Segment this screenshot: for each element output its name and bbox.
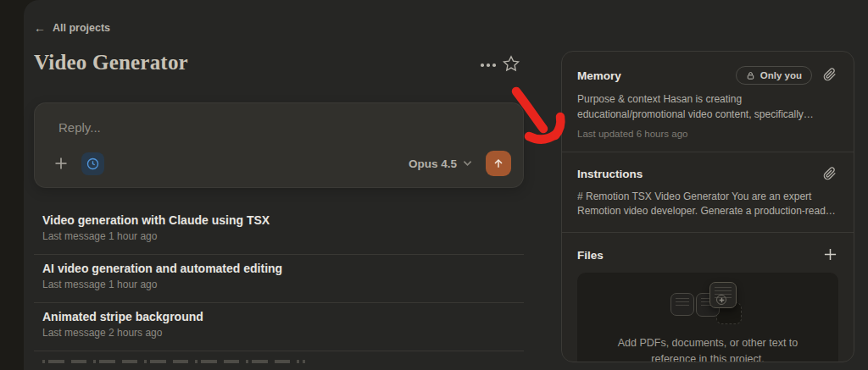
back-link-label: All projects — [53, 22, 110, 34]
conversation-title: Animated stripe background — [42, 310, 524, 323]
plus-circle-icon — [716, 295, 726, 305]
visibility-badge-label: Only you — [760, 70, 802, 80]
conversation-item[interactable]: Animated stripe background Last message … — [34, 303, 524, 351]
conversation-title: Video generation with Claude using TSX — [42, 213, 524, 227]
clock-icon — [86, 157, 100, 171]
instructions-paperclip-icon[interactable] — [823, 167, 838, 182]
reply-input[interactable] — [58, 120, 499, 149]
conversation-title: AI video generation and automated editin… — [42, 262, 524, 275]
collapsed-sidebar-rail — [0, 0, 24, 370]
instructions-title: Instructions — [577, 168, 812, 180]
conversation-subtitle: Last message 1 hour ago — [42, 279, 524, 290]
documents-illustration-icon — [660, 282, 755, 326]
conversation-subtitle: Last message 2 hours ago — [42, 327, 524, 339]
memory-title: Memory — [577, 69, 736, 82]
model-selector[interactable]: Opus 4.5 — [409, 157, 472, 170]
files-empty-hint: Add PDFs, documents, or other text to re… — [604, 335, 812, 362]
visibility-badge[interactable]: Only you — [736, 66, 812, 85]
chevron-down-icon — [463, 160, 472, 167]
back-arrow-icon: ← — [34, 22, 46, 34]
star-icon[interactable] — [502, 54, 520, 73]
instructions-body[interactable]: # Remotion TSX Video Generator You are a… — [577, 190, 838, 220]
attach-plus-icon[interactable] — [52, 154, 70, 173]
files-empty-dropzone[interactable]: Add PDFs, documents, or other text to re… — [577, 273, 838, 362]
lock-icon — [746, 71, 755, 80]
send-button[interactable] — [486, 151, 511, 176]
arrow-up-icon — [492, 157, 505, 170]
instructions-section: Instructions # Remotion TSX Video Genera… — [562, 152, 854, 234]
more-options-icon[interactable] — [477, 60, 499, 70]
files-section: Files Add PDFs, documents, or other text… — [562, 233, 854, 362]
memory-section: Memory Only you Purpose & context Hasan … — [562, 52, 854, 152]
memory-paperclip-icon[interactable] — [823, 68, 838, 83]
back-to-all-projects-link[interactable]: ← All projects — [34, 22, 110, 34]
conversation-item[interactable]: Video generation with Claude using TSX L… — [34, 213, 524, 255]
page-title: Video Generator — [34, 51, 188, 75]
model-label: Opus 4.5 — [409, 157, 457, 170]
conversation-list: Video generation with Claude using TSX L… — [34, 213, 524, 363]
project-details-panel: Memory Only you Purpose & context Hasan … — [561, 51, 854, 362]
extended-thinking-toggle[interactable] — [81, 152, 104, 175]
add-file-button[interactable] — [823, 247, 838, 262]
memory-body[interactable]: Purpose & context Hasan is creating educ… — [577, 92, 838, 123]
memory-updated: Last updated 6 hours ago — [577, 129, 838, 139]
conversation-item[interactable]: AI video generation and automated editin… — [34, 255, 524, 303]
files-title: Files — [577, 249, 823, 262]
reply-composer: Opus 4.5 — [34, 102, 524, 188]
conversation-item-clipped[interactable] — [42, 360, 305, 363]
conversation-subtitle: Last message 1 hour ago — [42, 230, 524, 242]
